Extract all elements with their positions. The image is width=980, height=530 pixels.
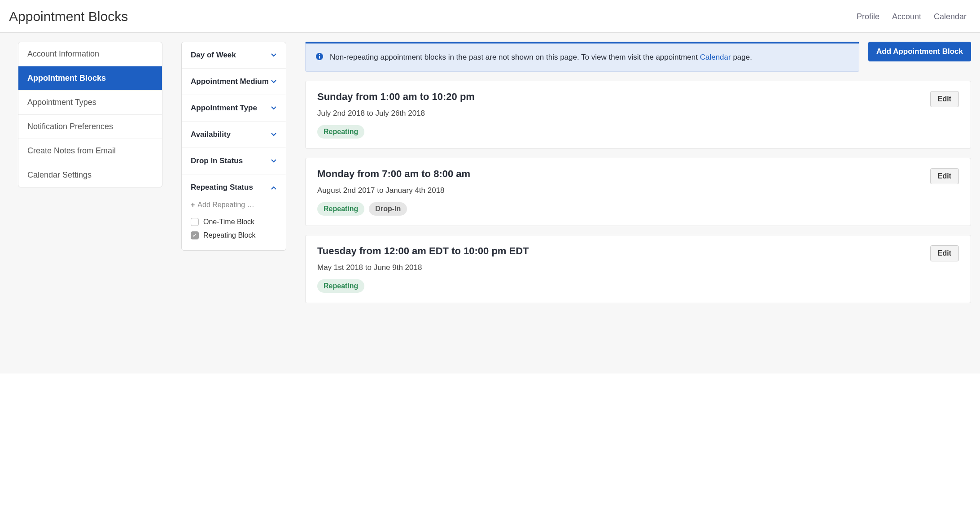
info-text-after: page. bbox=[731, 53, 752, 61]
svg-rect-2 bbox=[319, 54, 320, 55]
main-area: Non-repeating appointment blocks in the … bbox=[305, 42, 971, 303]
filter-day-of-week[interactable]: Day of Week bbox=[182, 42, 286, 68]
filters-panel: Day of Week Appointment Medium Appointme… bbox=[181, 42, 286, 251]
edit-button[interactable]: Edit bbox=[930, 91, 959, 107]
checkbox-checked-icon: ✓ bbox=[191, 231, 199, 239]
checkbox-label: One-Time Block bbox=[203, 218, 254, 226]
block-title: Tuesday from 12:00 am EDT to 10:00 pm ED… bbox=[317, 245, 930, 257]
filter-repeating-status[interactable]: Repeating Status bbox=[182, 174, 286, 200]
chevron-down-icon bbox=[271, 131, 277, 138]
add-repeating-label: Add Repeating … bbox=[197, 201, 254, 209]
chevron-down-icon bbox=[271, 105, 277, 111]
edit-button[interactable]: Edit bbox=[930, 168, 959, 184]
block-date-range: August 2nd 2017 to January 4th 2018 bbox=[317, 186, 930, 195]
nav-calendar[interactable]: Calendar bbox=[934, 12, 967, 22]
filter-appointment-type[interactable]: Appointment Type bbox=[182, 95, 286, 121]
add-appointment-block-button[interactable]: Add Appointment Block bbox=[868, 42, 971, 61]
add-repeating-status-link[interactable]: + Add Repeating … bbox=[191, 201, 277, 209]
filter-drop-in-status[interactable]: Drop In Status bbox=[182, 148, 286, 174]
filter-label: Availability bbox=[191, 130, 231, 139]
tag-repeating: Repeating bbox=[317, 279, 364, 293]
filter-label: Drop In Status bbox=[191, 156, 243, 166]
appointment-block-card: Monday from 7:00 am to 8:00 am August 2n… bbox=[305, 158, 971, 226]
checkbox-one-time-block[interactable]: One-Time Block bbox=[191, 215, 277, 229]
nav-account[interactable]: Account bbox=[892, 12, 921, 22]
checkbox-label: Repeating Block bbox=[203, 231, 256, 239]
chevron-down-icon bbox=[271, 52, 277, 58]
edit-button[interactable]: Edit bbox=[930, 245, 959, 261]
sidebar-item-notification-preferences[interactable]: Notification Preferences bbox=[18, 115, 162, 139]
plus-icon: + bbox=[191, 201, 195, 209]
info-banner: Non-repeating appointment blocks in the … bbox=[305, 42, 859, 72]
block-date-range: July 2nd 2018 to July 26th 2018 bbox=[317, 109, 930, 118]
nav-profile[interactable]: Profile bbox=[857, 12, 879, 22]
top-nav: Profile Account Calendar bbox=[857, 12, 967, 22]
chevron-down-icon bbox=[271, 78, 277, 85]
sidebar-item-calendar-settings[interactable]: Calendar Settings bbox=[18, 163, 162, 187]
block-date-range: May 1st 2018 to June 9th 2018 bbox=[317, 263, 930, 272]
filter-label: Repeating Status bbox=[191, 182, 253, 192]
filter-label: Appointment Medium bbox=[191, 77, 269, 87]
sidebar-item-appointment-types[interactable]: Appointment Types bbox=[18, 91, 162, 115]
sidebar-item-account-info[interactable]: Account Information bbox=[18, 42, 162, 66]
appointment-block-card: Sunday from 1:00 am to 10:20 pm July 2nd… bbox=[305, 81, 971, 149]
tag-repeating: Repeating bbox=[317, 125, 364, 139]
sidebar-item-create-notes-email[interactable]: Create Notes from Email bbox=[18, 139, 162, 163]
filter-availability[interactable]: Availability bbox=[182, 122, 286, 148]
chevron-up-icon bbox=[271, 185, 277, 191]
block-title: Sunday from 1:00 am to 10:20 pm bbox=[317, 91, 930, 103]
sidebar-item-appointment-blocks[interactable]: Appointment Blocks bbox=[18, 66, 162, 91]
info-icon bbox=[315, 52, 324, 61]
block-title: Monday from 7:00 am to 8:00 am bbox=[317, 168, 930, 180]
sidebar-nav: Account Information Appointment Blocks A… bbox=[18, 42, 162, 187]
appointment-block-card: Tuesday from 12:00 am EDT to 10:00 pm ED… bbox=[305, 235, 971, 303]
page-title: Appointment Blocks bbox=[9, 9, 128, 24]
checkbox-icon bbox=[191, 218, 199, 226]
filter-appointment-medium[interactable]: Appointment Medium bbox=[182, 69, 286, 95]
filter-label: Day of Week bbox=[191, 50, 236, 60]
checkbox-repeating-block[interactable]: ✓ Repeating Block bbox=[191, 229, 277, 242]
svg-rect-1 bbox=[319, 56, 320, 59]
chevron-down-icon bbox=[271, 158, 277, 164]
tag-dropin: Drop-In bbox=[369, 202, 407, 216]
info-calendar-link[interactable]: Calendar bbox=[700, 53, 731, 61]
filter-label: Appointment Type bbox=[191, 103, 257, 113]
info-text-before: Non-repeating appointment blocks in the … bbox=[330, 53, 700, 61]
tag-repeating: Repeating bbox=[317, 202, 364, 216]
info-text: Non-repeating appointment blocks in the … bbox=[330, 52, 752, 63]
